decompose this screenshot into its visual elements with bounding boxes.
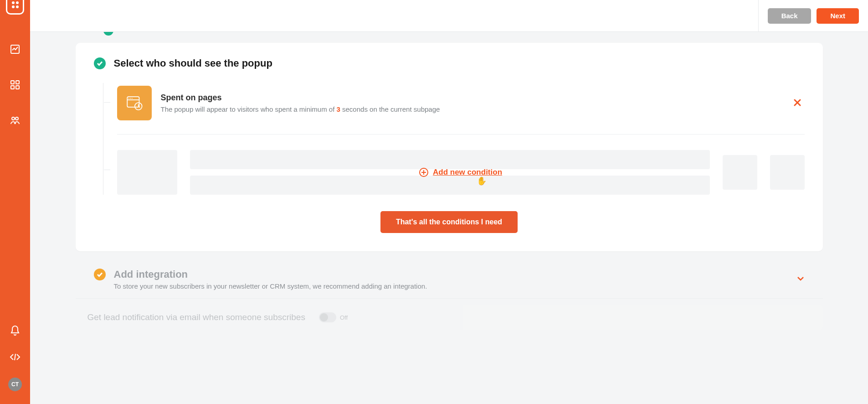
sidebar-item-apps[interactable] (9, 79, 21, 91)
placeholder-block (117, 150, 177, 195)
sidebar-item-code[interactable] (9, 351, 21, 363)
conditions-done-button[interactable]: That's all the conditions I need (380, 211, 518, 233)
placeholder-block (723, 155, 757, 190)
bell-icon (10, 325, 21, 336)
code-icon (10, 352, 21, 363)
sidebar: CT (0, 0, 30, 404)
placeholder-line (190, 150, 710, 169)
plus-circle-icon (419, 168, 428, 177)
condition-row: Spent on pages The popup will appear to … (117, 83, 805, 135)
chart-icon (10, 44, 21, 55)
condition-placeholder-row: Add new condition ✋ (117, 150, 805, 195)
svg-rect-4 (16, 86, 19, 89)
svg-point-10 (128, 98, 129, 99)
toggle-knob (320, 313, 328, 321)
back-button[interactable]: Back (768, 8, 812, 24)
remove-condition-button[interactable] (790, 93, 805, 113)
toggle-state-label: Off (340, 314, 348, 321)
svg-rect-3 (11, 86, 14, 89)
topbar: Back Next (30, 0, 868, 32)
svg-rect-2 (16, 81, 19, 84)
svg-point-12 (131, 98, 132, 99)
step-check-icon (94, 57, 106, 69)
add-condition-button[interactable]: Add new condition (419, 168, 502, 177)
section-title: Select who should see the popup (114, 57, 272, 69)
svg-point-5 (12, 117, 15, 120)
placeholder-line (190, 176, 710, 195)
sidebar-item-notifications[interactable] (9, 325, 21, 337)
toggle-track (319, 312, 336, 322)
lead-notification-toggle[interactable]: Off (319, 312, 348, 322)
chevron-down-icon (796, 275, 805, 283)
user-avatar[interactable]: CT (8, 378, 22, 391)
section-add-integration[interactable]: Add integration To store your new subscr… (76, 265, 823, 299)
svg-point-11 (130, 98, 131, 99)
spent-on-pages-icon (117, 86, 152, 120)
next-button[interactable]: Next (817, 8, 859, 24)
svg-line-7 (15, 354, 15, 360)
close-icon (794, 99, 801, 106)
brand-logo[interactable] (6, 0, 24, 15)
people-icon (10, 115, 21, 126)
condition-description: The popup will appear to visitors who sp… (161, 105, 781, 113)
svg-point-6 (15, 117, 18, 120)
sidebar-item-analytics[interactable] (9, 43, 21, 55)
condition-title: Spent on pages (161, 93, 781, 103)
svg-rect-1 (11, 81, 14, 84)
integration-description: To store your new subscribers in your ne… (114, 282, 788, 290)
add-condition-label: Add new condition (433, 168, 502, 177)
lead-notification-row: Get lead notification via email when som… (76, 305, 823, 330)
step-check-icon (94, 269, 106, 280)
topbar-separator (758, 0, 759, 32)
expand-integration-button[interactable] (796, 275, 805, 285)
apps-icon (10, 79, 21, 90)
sidebar-item-audience[interactable] (9, 114, 21, 126)
integration-title: Add integration (114, 269, 788, 280)
lead-notification-label: Get lead notification via email when som… (87, 312, 305, 322)
placeholder-block (770, 155, 805, 190)
main-content: Select who should see the popup (30, 0, 868, 348)
section-select-audience: Select who should see the popup (76, 43, 823, 251)
